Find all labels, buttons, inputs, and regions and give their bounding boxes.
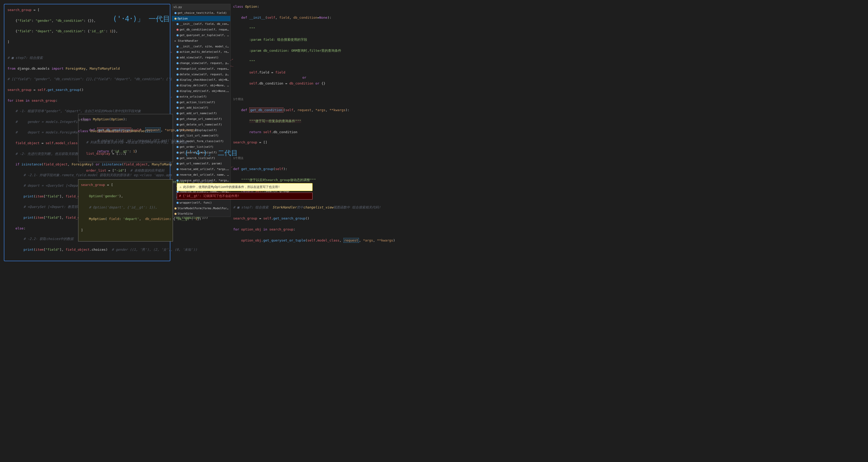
search-group-bottom-block: search_group = [ Option('gender'), # Opt…	[78, 179, 173, 241]
file-tree-get-qs[interactable]: get_queryset_or_tuple(self, model_class,…	[172, 33, 230, 38]
file-tree-get-list-url[interactable]: get_list_url_name(self)	[172, 133, 230, 138]
file-tree-get-db[interactable]: get_db_condition(self, request, *args, *…	[172, 27, 230, 33]
bottom-right-code: search_group = [] 1个用法 def get_search_gr…	[233, 139, 865, 249]
file-tree-init[interactable]: __init__(self, field, db_condition=None)	[172, 21, 230, 27]
kaomoji-second: ('･4･)」 二代目	[184, 148, 238, 158]
kaomoji-first: ('･4･)」 一代目	[113, 14, 170, 24]
file-tree-reverse-add[interactable]: reverse_add_url(self, *args, **kwargs)	[172, 166, 230, 172]
file-tree-display-del[interactable]: display_del(self, obj=None, is_header=No…	[172, 83, 230, 88]
file-tree-option[interactable]: Option	[172, 16, 230, 22]
file-tree-get-delete-url[interactable]: get_delete_url_name(self)	[172, 122, 230, 128]
file-tree-action-del[interactable]: action_multi_delete(self, request, *args…	[172, 49, 230, 55]
bottom-right-code-panel: search_group = [] 1个用法 def get_search_gr…	[233, 139, 865, 249]
file-tree-display-checkbox[interactable]: display_checkbox(self, obj=None, is_head…	[172, 77, 230, 83]
file-tree-get-action[interactable]: get_action_list(self)	[172, 100, 230, 105]
warning2-annotation: # {'id__gt': 1}就算写了也不会起作用!	[177, 193, 313, 199]
file-tree-stark-init[interactable]: __init__(self, site, model_class, prev)	[172, 44, 230, 50]
file-tree-get-add-url[interactable]: get_add_url_name(self)	[172, 111, 230, 116]
file-tree-starksite[interactable]: StarkSite	[172, 211, 230, 217]
file-tree-reverse-del[interactable]: reverse_del_url(self, name, *args, **kwa…	[172, 172, 230, 178]
file-tree-wrapper[interactable]: wrapper(self, func)	[172, 200, 230, 206]
file-tree-starkhandler[interactable]: ▸ StarkHandler	[172, 38, 230, 44]
file-tree-title: v1.py	[172, 4, 230, 10]
file-tree-get-add-bin[interactable]: get_add_bin(self)	[172, 105, 230, 111]
file-tree-delete-view[interactable]: delete_view(self, request, pk)	[172, 72, 230, 77]
file-tree-add-view[interactable]: add_view(self, request)	[172, 55, 230, 60]
main-container: search_group = [ {"field": "gender", "db…	[0, 0, 868, 462]
file-tree-changelist-view[interactable]: changelist_view(self, request, *args, **…	[172, 66, 230, 72]
search-group-bottom-code: search_group = [ Option('gender'), # Opt…	[81, 182, 170, 239]
warning2-text: # {'id__gt': 1}就算写了也不会起作用!	[179, 194, 240, 198]
file-tree-get-change-url[interactable]: get_change_url_name(self)	[172, 116, 230, 122]
warning-annotation: ⚠ 此示例中，使用的是MyOption中的搜索条件，所以在这里写了也没用!	[177, 183, 313, 191]
file-tree-display-edit[interactable]: display_edit(self, obj=None, is_header=N…	[172, 88, 230, 94]
or-keyword-inline: or	[302, 75, 306, 79]
file-tree-get-url-name[interactable]: get_url_name(self, param)	[172, 161, 230, 166]
file-tree-extra-urls[interactable]: extra_urls(self)	[172, 94, 230, 100]
warning-text: ⚠ 此示例中，使用的是MyOption中的搜索条件，所以在这里写了也没用!	[180, 185, 280, 189]
file-tree-starkmodelform[interactable]: StarkModelForm(forms.ModelForm)	[172, 206, 230, 211]
file-tree-get-choice[interactable]: get_choice_text(title, field)	[172, 10, 230, 16]
file-tree-change-view[interactable]: change_view(self, request, pk)	[172, 60, 230, 66]
